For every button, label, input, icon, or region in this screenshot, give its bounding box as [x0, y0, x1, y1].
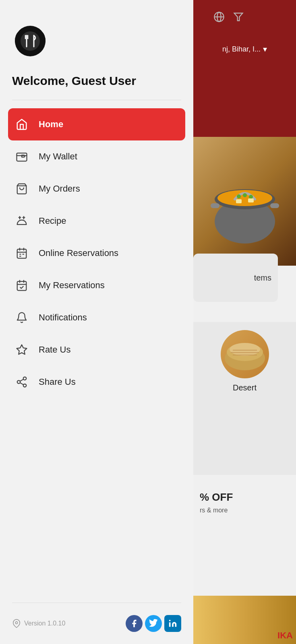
off-banner: % OFF rs & more — [193, 483, 296, 596]
items-text: tems — [254, 273, 271, 283]
sidebar-item-home[interactable]: Home — [8, 108, 185, 140]
svg-marker-45 — [17, 345, 27, 355]
location-pin-icon — [12, 619, 21, 628]
online-reservations-label: Online Reservations — [39, 248, 118, 258]
chevron-down-icon: ▾ — [263, 44, 267, 54]
sidebar-item-my-wallet[interactable]: My Wallet — [8, 140, 185, 173]
notifications-icon — [14, 310, 29, 325]
welcome-message: Welcome, Guest User — [12, 74, 181, 88]
desert-section: Desert — [193, 322, 296, 475]
svg-rect-13 — [248, 198, 254, 202]
sidebar-item-share-us[interactable]: Share Us — [8, 366, 185, 398]
pot-illustration — [205, 153, 285, 250]
globe-icon[interactable] — [213, 11, 225, 25]
svg-rect-41 — [17, 281, 27, 291]
my-reservations-icon — [14, 278, 29, 293]
svg-rect-8 — [270, 203, 279, 208]
desert-food-image — [221, 330, 269, 378]
online-reservations-icon — [14, 246, 29, 260]
svg-rect-7 — [211, 203, 219, 208]
header-bar — [193, 0, 296, 137]
svg-point-51 — [15, 621, 18, 624]
twitter-button[interactable] — [145, 615, 162, 632]
svg-point-9 — [237, 194, 241, 198]
my-orders-label: My Orders — [39, 184, 80, 194]
my-wallet-label: My Wallet — [39, 151, 77, 162]
divider — [12, 100, 181, 100]
filter-icon[interactable] — [233, 11, 244, 25]
version-text: Version 1.0.10 — [24, 620, 65, 627]
svg-rect-12 — [236, 199, 242, 203]
location-text: nj, Bihar, I... — [222, 45, 261, 54]
desert-label: Desert — [233, 383, 257, 392]
rate-us-label: Rate Us — [39, 345, 70, 355]
home-icon — [14, 117, 29, 132]
navigation-drawer: Welcome, Guest User Home My Wal — [0, 0, 193, 644]
sidebar-item-notifications[interactable]: Notifications — [8, 301, 185, 334]
svg-line-49 — [20, 383, 24, 385]
version-area: Version 1.0.10 — [12, 619, 65, 628]
recipe-label: Recipe — [39, 216, 66, 226]
svg-line-50 — [20, 379, 24, 381]
drawer-header: Welcome, Guest User — [0, 0, 193, 100]
items-card: tems — [193, 254, 278, 302]
food-image — [193, 137, 296, 266]
share-us-icon — [14, 375, 29, 389]
sidebar-item-rate-us[interactable]: Rate Us — [8, 334, 185, 366]
svg-point-10 — [243, 193, 247, 197]
bottom-strip: IKA — [193, 596, 296, 644]
notifications-label: Notifications — [39, 312, 87, 323]
facebook-button[interactable] — [126, 615, 143, 632]
wallet-icon — [14, 149, 29, 164]
location-row[interactable]: nj, Bihar, I... ▾ — [193, 44, 296, 54]
recipe-icon — [14, 214, 29, 228]
menu-list: Home My Wallet My Orders — [0, 104, 193, 603]
svg-point-21 — [21, 31, 40, 51]
off-sub: rs & more — [200, 507, 290, 514]
sidebar-item-my-reservations[interactable]: My Reservations — [8, 269, 185, 301]
my-reservations-label: My Reservations — [39, 280, 105, 291]
rate-us-icon — [14, 343, 29, 357]
orders-icon — [14, 182, 29, 196]
sidebar-item-online-reservations[interactable]: Online Reservations — [8, 237, 185, 269]
bottom-brand-text: IKA — [277, 630, 293, 641]
drawer-footer: Version 1.0.10 — [0, 607, 193, 644]
sidebar-item-recipe[interactable]: Recipe — [8, 205, 185, 237]
share-us-label: Share Us — [39, 377, 76, 387]
svg-point-52 — [169, 620, 171, 621]
social-icons — [126, 615, 181, 632]
svg-rect-34 — [17, 249, 27, 258]
svg-marker-3 — [234, 13, 243, 21]
linkedin-button[interactable] — [164, 615, 181, 632]
app-logo — [12, 24, 48, 64]
home-label: Home — [39, 119, 63, 130]
svg-point-16 — [230, 343, 260, 356]
footer-divider — [12, 603, 181, 603]
desert-circle-image — [221, 330, 269, 378]
svg-point-11 — [249, 195, 253, 199]
header-icons — [213, 11, 244, 25]
sidebar-item-my-orders[interactable]: My Orders — [8, 173, 185, 205]
off-text: % OFF — [200, 491, 290, 504]
